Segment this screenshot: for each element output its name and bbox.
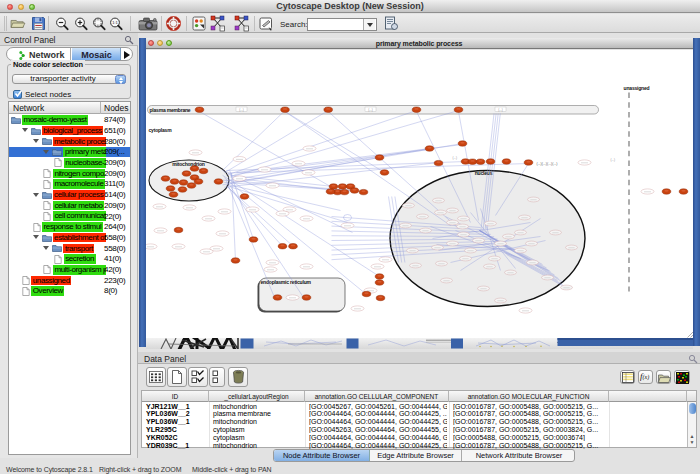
svg-text:(...): (...)	[610, 157, 615, 161]
svg-text:(...): (...)	[239, 107, 244, 111]
svg-text:(...)(...)(...)(...): (...)(...)(...)(...)	[536, 161, 557, 165]
svg-text:plasma membrane: plasma membrane	[149, 107, 190, 113]
svg-text:(...): (...)	[368, 107, 373, 111]
svg-text:cytoplasm: cytoplasm	[148, 126, 172, 132]
svg-text:1:1: 1:1	[112, 20, 118, 25]
svg-text:(...): (...)	[452, 155, 457, 159]
svg-text:mitochondrion: mitochondrion	[172, 160, 205, 166]
svg-text:unassigned: unassigned	[623, 84, 649, 90]
svg-text:(...): (...)	[498, 107, 503, 111]
